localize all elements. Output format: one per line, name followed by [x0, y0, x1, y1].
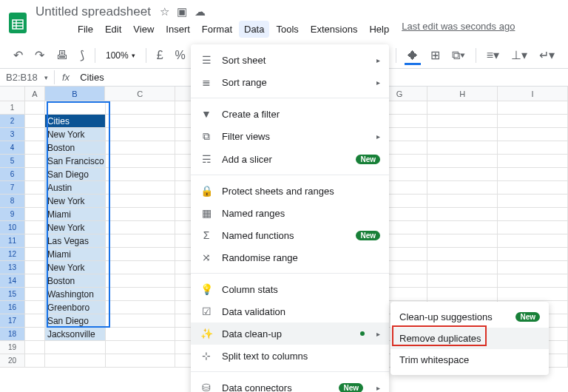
menubar-view[interactable]: View	[128, 21, 159, 38]
cell[interactable]	[25, 261, 45, 274]
cell[interactable]	[427, 181, 498, 195]
cell[interactable]	[25, 288, 45, 301]
cell[interactable]	[427, 248, 498, 261]
cell-reference[interactable]: B2:B18▾	[0, 70, 55, 84]
cell[interactable]	[106, 141, 176, 155]
cell[interactable]: Cities	[45, 115, 106, 128]
borders-button[interactable]: ⊞	[426, 45, 444, 65]
cell[interactable]	[106, 261, 176, 274]
cell[interactable]	[106, 208, 176, 221]
cell[interactable]: New York	[45, 221, 106, 234]
cell[interactable]	[427, 128, 498, 141]
merge-button[interactable]: ⧉▾	[447, 46, 470, 65]
cell[interactable]	[427, 288, 498, 301]
menu-data-connectors[interactable]: ⛁Data connectorsNew▸	[191, 376, 389, 392]
cell[interactable]	[25, 101, 45, 115]
row-header[interactable]: 13	[0, 261, 25, 274]
row-header[interactable]: 20	[0, 354, 25, 368]
fill-color-button[interactable]: 🟆	[402, 46, 423, 65]
cell[interactable]	[498, 274, 568, 288]
cell[interactable]	[427, 101, 498, 115]
cell[interactable]	[498, 195, 568, 208]
menubar-help[interactable]: Help	[364, 21, 394, 38]
cell[interactable]	[498, 128, 568, 141]
cell[interactable]	[45, 101, 106, 115]
cloud-icon[interactable]: ☁	[195, 5, 206, 18]
cell[interactable]	[25, 248, 45, 261]
cell[interactable]	[106, 248, 176, 261]
cell[interactable]	[25, 208, 45, 221]
row-header[interactable]: 8	[0, 195, 25, 208]
menu-data-cleanup[interactable]: ✨Data clean-up▸	[191, 322, 389, 345]
cell[interactable]	[498, 288, 568, 301]
cell[interactable]	[106, 195, 176, 208]
menubar-extensions[interactable]: Extensions	[305, 21, 363, 38]
cell[interactable]: Washington	[45, 288, 106, 301]
cell[interactable]	[106, 314, 176, 328]
cell[interactable]	[25, 328, 45, 341]
row-header[interactable]: 18	[0, 328, 25, 341]
cell[interactable]: Boston	[45, 141, 106, 155]
cell[interactable]	[498, 248, 568, 261]
move-icon[interactable]: ▣	[177, 5, 187, 18]
cell[interactable]	[25, 301, 45, 314]
cell[interactable]	[427, 115, 498, 128]
cell[interactable]	[427, 208, 498, 221]
row-header[interactable]: 12	[0, 248, 25, 261]
cell[interactable]	[498, 234, 568, 248]
menu-trim-whitespace[interactable]: Trim whitespace	[390, 349, 549, 371]
wrap-button[interactable]: ↵▾	[535, 45, 559, 65]
paint-format-button[interactable]: ⟆	[75, 45, 89, 65]
currency-button[interactable]: £	[152, 46, 168, 65]
col-header[interactable]: I	[498, 87, 568, 101]
menubar-file[interactable]: File	[72, 21, 98, 38]
cell[interactable]	[25, 128, 45, 141]
cell[interactable]	[106, 221, 176, 234]
row-header[interactable]: 11	[0, 234, 25, 248]
menu-remove-duplicates[interactable]: Remove duplicates	[390, 328, 549, 349]
cell[interactable]: San Diego	[45, 314, 106, 328]
cell[interactable]	[25, 115, 45, 128]
cell[interactable]	[106, 155, 176, 168]
cell[interactable]	[106, 181, 176, 195]
zoom-select[interactable]: 100% ▾	[101, 47, 140, 64]
cell[interactable]	[498, 101, 568, 115]
cell[interactable]	[25, 141, 45, 155]
cell[interactable]	[25, 168, 45, 181]
row-header[interactable]: 16	[0, 301, 25, 314]
star-icon[interactable]: ☆	[160, 5, 169, 18]
menu-data-validation[interactable]: ☑Data validation	[191, 300, 389, 322]
row-header[interactable]: 7	[0, 181, 25, 195]
row-header[interactable]: 17	[0, 314, 25, 328]
cell[interactable]	[25, 274, 45, 288]
cell[interactable]	[427, 155, 498, 168]
cell[interactable]: San Francisco	[45, 155, 106, 168]
select-all-corner[interactable]	[0, 87, 25, 101]
redo-button[interactable]: ↷	[30, 45, 49, 65]
cell[interactable]	[25, 354, 45, 368]
print-button[interactable]: 🖶	[52, 46, 72, 65]
cell[interactable]	[25, 181, 45, 195]
cell[interactable]	[498, 168, 568, 181]
cell[interactable]	[106, 354, 176, 368]
menubar-tools[interactable]: Tools	[271, 21, 303, 38]
menu-cleanup-suggestions[interactable]: Clean-up suggestionsNew	[390, 306, 549, 328]
cell[interactable]: New York	[45, 195, 106, 208]
formula-input[interactable]: Cities	[77, 72, 107, 83]
row-header[interactable]: 19	[0, 341, 25, 354]
cell[interactable]: Greenboro	[45, 301, 106, 314]
menu-named-functions[interactable]: ΣNamed functionsNew	[191, 224, 389, 246]
row-header[interactable]: 5	[0, 155, 25, 168]
menu-split-text[interactable]: ⊹Split text to columns	[191, 345, 389, 367]
row-header[interactable]: 15	[0, 288, 25, 301]
cell[interactable]	[106, 274, 176, 288]
cell[interactable]: Boston	[45, 274, 106, 288]
cell[interactable]: San Diego	[45, 168, 106, 181]
cell[interactable]	[498, 261, 568, 274]
cell[interactable]	[25, 221, 45, 234]
percent-button[interactable]: %	[171, 46, 190, 65]
doc-title[interactable]: Untitled spreadsheet	[36, 4, 151, 19]
menubar-format[interactable]: Format	[197, 21, 237, 38]
cell[interactable]: Miami	[45, 248, 106, 261]
cell[interactable]	[427, 168, 498, 181]
